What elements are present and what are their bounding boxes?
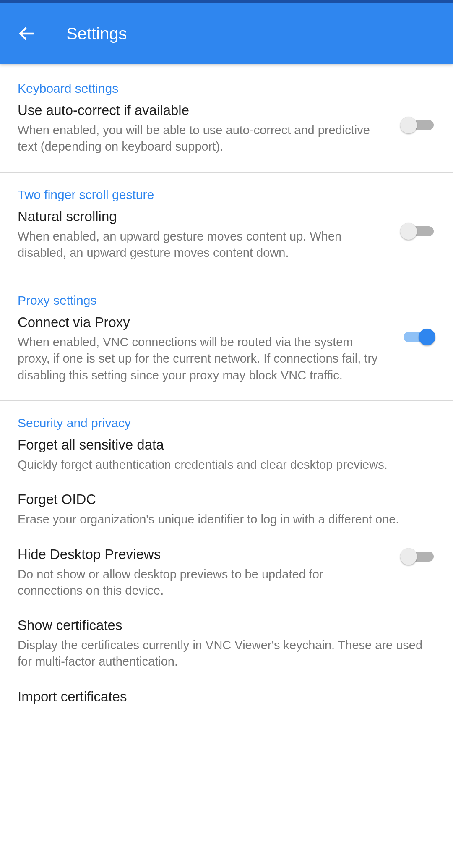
setting-forget-sensitive[interactable]: Forget all sensitive data Quickly forget… bbox=[18, 436, 435, 473]
switch-connect-via-proxy[interactable] bbox=[399, 328, 435, 346]
setting-import-certificates[interactable]: Import certificates bbox=[18, 688, 435, 709]
setting-desc: Do not show or allow desktop previews to… bbox=[18, 566, 388, 599]
switch-autocorrect[interactable] bbox=[399, 116, 435, 134]
setting-desc: Display the certificates currently in VN… bbox=[18, 637, 435, 670]
setting-text: Connect via Proxy When enabled, VNC conn… bbox=[18, 314, 388, 384]
setting-title: Forget OIDC bbox=[18, 491, 435, 508]
section-header-keyboard: Keyboard settings bbox=[18, 81, 435, 96]
setting-autocorrect[interactable]: Use auto-correct if available When enabl… bbox=[18, 102, 435, 155]
setting-title: Import certificates bbox=[18, 688, 435, 705]
setting-desc: When enabled, an upward gesture moves co… bbox=[18, 228, 388, 261]
setting-desc: When enabled, VNC connections will be ro… bbox=[18, 334, 388, 383]
switch-natural-scrolling[interactable] bbox=[399, 222, 435, 241]
setting-text: Forget OIDC Erase your organization's un… bbox=[18, 491, 435, 528]
section-scroll: Two finger scroll gesture Natural scroll… bbox=[0, 173, 453, 279]
setting-title: Use auto-correct if available bbox=[18, 102, 388, 119]
setting-title: Hide Desktop Previews bbox=[18, 546, 388, 563]
setting-text: Forget all sensitive data Quickly forget… bbox=[18, 436, 435, 473]
setting-text: Hide Desktop Previews Do not show or all… bbox=[18, 546, 388, 599]
setting-desc: When enabled, you will be able to use au… bbox=[18, 122, 388, 155]
setting-text: Use auto-correct if available When enabl… bbox=[18, 102, 388, 155]
setting-show-certificates[interactable]: Show certificates Display the certificat… bbox=[18, 617, 435, 670]
back-button[interactable] bbox=[12, 19, 41, 48]
setting-desc: Erase your organization's unique identif… bbox=[18, 511, 435, 528]
setting-text: Import certificates bbox=[18, 688, 435, 709]
section-security: Security and privacy Forget all sensitiv… bbox=[0, 401, 453, 725]
app-bar: Settings bbox=[0, 3, 453, 64]
setting-text: Show certificates Display the certificat… bbox=[18, 617, 435, 670]
section-proxy: Proxy settings Connect via Proxy When en… bbox=[0, 278, 453, 401]
setting-title: Show certificates bbox=[18, 617, 435, 634]
arrow-back-icon bbox=[17, 24, 36, 43]
section-header-scroll: Two finger scroll gesture bbox=[18, 188, 435, 202]
setting-forget-oidc[interactable]: Forget OIDC Erase your organization's un… bbox=[18, 491, 435, 528]
setting-text: Natural scrolling When enabled, an upwar… bbox=[18, 208, 388, 261]
switch-hide-desktop-previews[interactable] bbox=[399, 547, 435, 566]
section-header-proxy: Proxy settings bbox=[18, 293, 435, 308]
status-bar bbox=[0, 0, 453, 3]
setting-natural-scrolling[interactable]: Natural scrolling When enabled, an upwar… bbox=[18, 208, 435, 261]
setting-desc: Quickly forget authentication credential… bbox=[18, 457, 435, 473]
settings-list: Keyboard settings Use auto-correct if av… bbox=[0, 64, 453, 725]
section-header-security: Security and privacy bbox=[18, 416, 435, 430]
setting-title: Forget all sensitive data bbox=[18, 436, 435, 453]
setting-title: Natural scrolling bbox=[18, 208, 388, 225]
setting-connect-via-proxy[interactable]: Connect via Proxy When enabled, VNC conn… bbox=[18, 314, 435, 384]
setting-title: Connect via Proxy bbox=[18, 314, 388, 331]
page-title: Settings bbox=[66, 24, 127, 43]
setting-hide-desktop-previews[interactable]: Hide Desktop Previews Do not show or all… bbox=[18, 546, 435, 599]
section-keyboard: Keyboard settings Use auto-correct if av… bbox=[0, 66, 453, 173]
